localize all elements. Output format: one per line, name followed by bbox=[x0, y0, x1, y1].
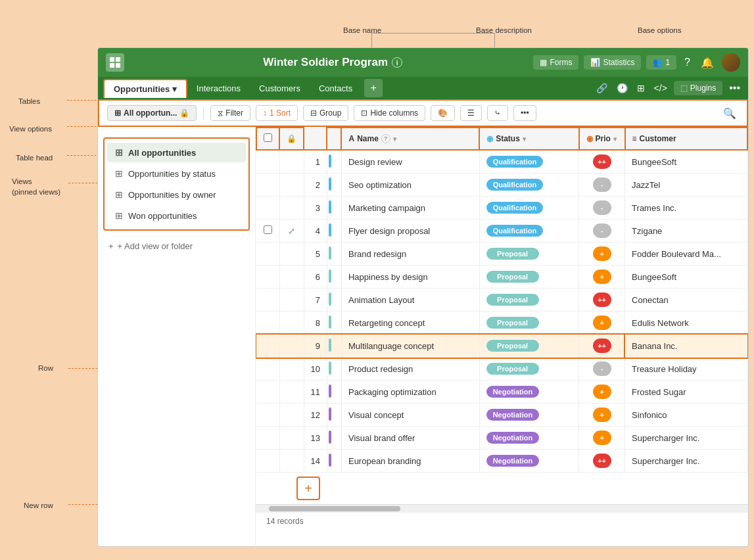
more-toolbar-button[interactable]: ••• bbox=[513, 105, 536, 121]
tab-opportunities[interactable]: Opportunities ▾ bbox=[103, 79, 187, 98]
notifications-button[interactable]: 🔔 bbox=[698, 54, 717, 72]
group-button[interactable]: ⊟ Group bbox=[303, 105, 348, 121]
expand-icon[interactable]: ⤢ bbox=[288, 226, 295, 236]
row-checkbox-cell[interactable] bbox=[256, 404, 279, 427]
view-options-icon[interactable]: ⊞ bbox=[634, 80, 648, 96]
tab-contacts[interactable]: Contacts bbox=[310, 80, 362, 97]
priority-badge: ++ bbox=[593, 338, 611, 353]
status-badge: Negotiation bbox=[486, 409, 540, 421]
row-color-indicator bbox=[327, 404, 341, 427]
tab-customers[interactable]: Customers bbox=[250, 80, 310, 97]
users-button[interactable]: 👥 1 bbox=[646, 55, 676, 70]
row-priority: - bbox=[579, 358, 625, 381]
row-checkbox-cell[interactable] bbox=[256, 358, 279, 381]
status-badge: Qualification bbox=[486, 156, 544, 168]
sidebar-item-won-opportunities[interactable]: ⊞ Won opportunities bbox=[107, 206, 246, 225]
th-customer[interactable]: ≡ Customer bbox=[625, 128, 747, 150]
row-checkbox-cell[interactable] bbox=[256, 197, 279, 220]
row-checkbox-cell[interactable] bbox=[256, 450, 279, 473]
row-number: 12 bbox=[304, 404, 327, 427]
table-head-annotation: Table head bbox=[16, 154, 53, 162]
row-color-indicator bbox=[327, 381, 341, 404]
row-checkbox-cell[interactable] bbox=[256, 220, 279, 243]
tab-interactions[interactable]: Interactions bbox=[187, 80, 250, 97]
row-checkbox-cell[interactable] bbox=[256, 335, 279, 358]
row-checkbox[interactable] bbox=[264, 225, 272, 234]
row-checkbox-cell[interactable] bbox=[256, 312, 279, 335]
add-view-icon: + bbox=[108, 241, 114, 251]
row-checkbox-cell[interactable] bbox=[256, 266, 279, 289]
row-name: Happiness by design bbox=[341, 266, 479, 289]
row-color-indicator bbox=[327, 450, 341, 473]
sidebar-item-all-opportunities[interactable]: ⊞ All opportunities bbox=[107, 143, 246, 162]
row-number: 14 bbox=[304, 450, 327, 473]
columns-icon: ⊡ bbox=[361, 108, 367, 118]
row-lock-cell bbox=[279, 266, 304, 289]
more-options-icon[interactable]: ••• bbox=[726, 80, 743, 97]
row-customer: Frosted Sugar bbox=[625, 381, 747, 404]
row-status: Qualification bbox=[479, 197, 578, 220]
search-button[interactable]: 🔍 bbox=[720, 105, 739, 122]
share-icon[interactable]: 🔗 bbox=[594, 80, 610, 96]
new-row-area: + bbox=[256, 473, 748, 504]
row-priority: - bbox=[579, 174, 625, 197]
row-status: Qualification bbox=[479, 150, 578, 174]
sidebar-item-by-owner[interactable]: ⊞ Opportunities by owner bbox=[107, 185, 246, 204]
row-checkbox-cell[interactable] bbox=[256, 174, 279, 197]
row-customer: Supercharger Inc. bbox=[625, 450, 747, 473]
table-row: 12Visual conceptNegotiation+Sinfonico bbox=[256, 404, 747, 427]
scrollbar-thumb[interactable] bbox=[269, 506, 400, 511]
plugins-button[interactable]: ⬚ Plugins bbox=[674, 81, 722, 95]
toolbar-separator-1 bbox=[203, 106, 204, 120]
new-row-button[interactable]: + bbox=[296, 477, 320, 500]
th-name[interactable]: A Name ? ▾ bbox=[341, 128, 479, 150]
row-customer: Trames Inc. bbox=[625, 197, 747, 220]
view-selector-button[interactable]: ⊞ All opportun... 🔒 bbox=[107, 105, 197, 121]
help-button[interactable]: ? bbox=[682, 54, 693, 71]
row-checkbox-cell[interactable] bbox=[256, 289, 279, 312]
filter-button[interactable]: ⧖ Filter bbox=[210, 105, 250, 121]
header-right: ▦ Forms 📊 Statistics 👥 1 ? 🔔 bbox=[533, 53, 740, 72]
table-row: 10Product redesignProposal-Treasure Holi… bbox=[256, 358, 747, 381]
table-row: 5Brand redesignProposal+Fodder Boulevard… bbox=[256, 243, 747, 266]
table-header-row: 🔒 A Name ? ▾ bbox=[256, 128, 747, 150]
row-name: Multilanguage concept bbox=[341, 335, 479, 358]
row-height-button[interactable]: ☰ bbox=[460, 105, 482, 121]
row-lock-cell bbox=[279, 150, 304, 174]
th-status[interactable]: ◉ Status ▾ bbox=[479, 128, 578, 150]
row-number: 9 bbox=[304, 335, 327, 358]
info-icon[interactable]: i bbox=[392, 57, 402, 68]
code-icon[interactable]: </> bbox=[651, 80, 670, 96]
share-view-button[interactable]: ⤷ bbox=[487, 105, 508, 121]
row-priority: + bbox=[579, 243, 625, 266]
th-checkbox[interactable] bbox=[256, 128, 279, 150]
horizontal-scrollbar[interactable] bbox=[256, 504, 748, 512]
statistics-button[interactable]: 📊 Statistics bbox=[584, 55, 641, 70]
select-all-checkbox[interactable] bbox=[264, 133, 272, 142]
status-badge: Negotiation bbox=[486, 432, 540, 444]
row-checkbox-cell[interactable] bbox=[256, 150, 279, 174]
history-icon[interactable]: 🕐 bbox=[614, 80, 630, 96]
row-number: 1 bbox=[304, 150, 327, 174]
color-button[interactable]: 🎨 bbox=[431, 105, 455, 121]
app-logo[interactable] bbox=[106, 53, 124, 72]
row-checkbox-cell[interactable] bbox=[256, 427, 279, 450]
row-checkbox-cell[interactable] bbox=[256, 381, 279, 404]
row-lock-cell bbox=[279, 450, 304, 473]
row-customer: Tzigane bbox=[625, 220, 747, 243]
row-checkbox-cell[interactable] bbox=[256, 243, 279, 266]
sort-button[interactable]: ↕ 1 Sort bbox=[256, 105, 298, 121]
forms-button[interactable]: ▦ Forms bbox=[533, 55, 578, 70]
sidebar-item-by-status[interactable]: ⊞ Opportunities by status bbox=[107, 164, 246, 183]
row-name: Product redesign bbox=[341, 358, 479, 381]
add-view-button[interactable]: + + Add view or folder bbox=[98, 236, 255, 256]
user-avatar[interactable] bbox=[722, 53, 740, 72]
row-lock-cell bbox=[279, 335, 304, 358]
status-badge: Negotiation bbox=[486, 455, 540, 467]
hide-columns-button[interactable]: ⊡ Hide columns bbox=[354, 105, 425, 121]
row-priority: - bbox=[579, 197, 625, 220]
table-row: 14European brandingNegotiation++Supercha… bbox=[256, 450, 747, 473]
row-customer: Conectan bbox=[625, 289, 747, 312]
th-priority[interactable]: ◉ Prio ▾ bbox=[579, 128, 625, 150]
add-table-button[interactable]: + bbox=[364, 79, 383, 97]
